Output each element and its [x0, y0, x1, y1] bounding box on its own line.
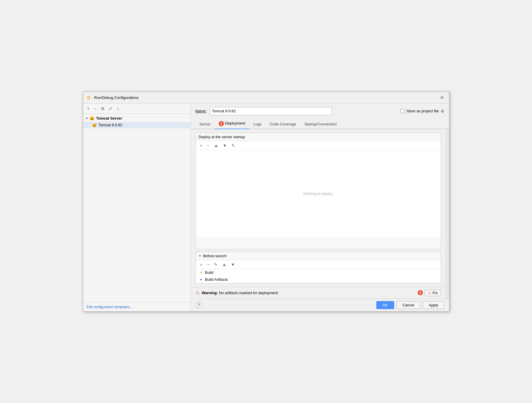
tab-code-coverage-label: Code Coverage [270, 122, 296, 126]
warning-bold: Warning: [202, 291, 218, 295]
warning-detail: No artifacts marked for deployment [219, 291, 278, 295]
store-as-project-label: Store as project file [406, 109, 439, 113]
sort-config-button[interactable]: ↕ [115, 105, 121, 112]
deploy-toolbar: + − ▲ ▼ ✎ [196, 141, 441, 150]
before-launch-header[interactable]: ▼ Before launch [196, 252, 441, 260]
before-launch-chevron-icon: ▼ [199, 254, 202, 258]
build-icon: ↗ [199, 270, 203, 275]
fix-badge-container: 2 ⚠ Fix [418, 290, 441, 296]
before-launch-toolbar: + − ✎ ▲ ▼ [196, 260, 441, 269]
tabs-bar: Server 1Deployment Logs Code Coverage St… [191, 119, 449, 129]
remove-config-button[interactable]: − [92, 105, 98, 112]
store-as-project-container: Store as project file ⚙ [401, 109, 444, 113]
deploy-edit-button[interactable]: ✎ [229, 142, 237, 149]
apply-button[interactable]: Apply [423, 301, 444, 309]
cancel-button[interactable]: Cancel [396, 301, 420, 309]
warning-bar: ⚠ Warning: No artifacts marked for deplo… [191, 287, 446, 299]
tab-code-coverage[interactable]: Code Coverage [266, 120, 300, 129]
fix-label: Fix [433, 291, 437, 295]
build-artifacts-item-label: Build Artifacts [205, 277, 228, 282]
tomcat-item-icon: 🐱 [92, 123, 97, 127]
tab-deployment[interactable]: 1Deployment [215, 119, 249, 129]
tree-group-header[interactable]: ▼ 🐱 Tomcat Server [83, 115, 191, 122]
title-bar-left: ⚙ Run/Debug Configurations [87, 95, 139, 100]
tree-group-tomcat: ▼ 🐱 Tomcat Server 🐱 Tomcat 9.0.62 [83, 115, 191, 128]
tab-startup-connection-label: Startup/Connection [304, 122, 337, 126]
tab-logs[interactable]: Logs [249, 120, 266, 129]
deploy-move-up-button[interactable]: ▲ [212, 142, 220, 149]
list-item[interactable]: ↗ Build [196, 269, 441, 276]
title-bar: ⚙ Run/Debug Configurations ✕ [83, 92, 449, 104]
before-launch-move-up-button[interactable]: ▲ [220, 261, 228, 268]
tree-item-tomcat[interactable]: 🐱 Tomcat 9.0.62 [83, 122, 191, 128]
left-footer: Edit configuration templates... [83, 302, 191, 311]
deploy-move-down-button[interactable]: ▼ [221, 142, 229, 149]
config-header: Name: Store as project file ⚙ [191, 104, 449, 119]
tab-logs-label: Logs [253, 122, 261, 126]
deploy-empty-message: Nothing to deploy [196, 150, 441, 237]
tab-deployment-label: Deployment [225, 121, 245, 125]
store-as-project-checkbox[interactable] [401, 109, 405, 113]
fix-badge-number: 2 [418, 290, 423, 295]
right-panel-inner: Deploy at the server startup + − ▲ ▼ ✎ N… [191, 129, 449, 299]
deployment-badge: 1 [219, 121, 224, 126]
left-toolbar: + − ⧉ ⤢ ↕ [83, 104, 191, 114]
before-launch-move-down-button[interactable]: ▼ [229, 261, 237, 268]
before-launch-add-button[interactable]: + [198, 261, 204, 268]
add-config-button[interactable]: + [86, 105, 91, 112]
main-content: + − ⧉ ⤢ ↕ ▼ 🐱 Tomcat Server 🐱 Tomcat 9.0… [83, 104, 449, 311]
ok-button[interactable]: OK [376, 301, 394, 309]
tree-item-label: Tomcat 9.0.62 [99, 123, 122, 127]
before-launch-label: Before launch [203, 254, 226, 258]
chevron-down-icon: ▼ [86, 117, 88, 120]
build-item-label: Build [205, 270, 213, 275]
deploy-remove-button[interactable]: − [205, 142, 211, 149]
scrollbar[interactable] [446, 129, 449, 299]
close-button[interactable]: ✕ [438, 94, 446, 101]
tomcat-server-icon: 🐱 [89, 116, 95, 121]
deploy-add-button[interactable]: + [198, 142, 204, 149]
copy-config-button[interactable]: ⧉ [99, 105, 106, 112]
run-debug-dialog: ⚙ Run/Debug Configurations ✕ + − ⧉ ⤢ ↕ ▼… [83, 92, 449, 312]
deployment-content: Deploy at the server startup + − ▲ ▼ ✎ N… [191, 129, 446, 287]
bottom-bar: ? OK Cancel Apply [191, 299, 449, 311]
help-button[interactable]: ? [195, 301, 202, 308]
tab-server-label: Server [200, 122, 211, 126]
tab-server[interactable]: Server [195, 120, 215, 129]
edit-templates-link[interactable]: Edit configuration templates... [87, 305, 133, 309]
name-input[interactable] [210, 107, 332, 115]
artifact-icon: ✦ [199, 277, 203, 282]
deploy-section-header: Deploy at the server startup [196, 133, 441, 141]
before-launch-items: ↗ Build ✦ Build Artifacts [196, 269, 441, 283]
left-panel: + − ⧉ ⤢ ↕ ▼ 🐱 Tomcat Server 🐱 Tomcat 9.0… [83, 104, 191, 311]
before-launch-section: ▼ Before launch + − ✎ ▲ ▼ [195, 252, 441, 283]
tree-group-label: Tomcat Server [96, 116, 122, 120]
warning-text: Warning: No artifacts marked for deploym… [202, 291, 278, 295]
name-label: Name: [195, 109, 207, 113]
deploy-section: Deploy at the server startup + − ▲ ▼ ✎ N… [195, 133, 441, 249]
dialog-title: Run/Debug Configurations [94, 95, 139, 100]
warning-icon: ⚠ [195, 290, 200, 296]
before-launch-edit-button[interactable]: ✎ [212, 261, 220, 268]
deploy-empty-text: Nothing to deploy [303, 191, 333, 196]
fix-warning-icon: ⚠ [428, 291, 431, 295]
config-tree: ▼ 🐱 Tomcat Server 🐱 Tomcat 9.0.62 [83, 114, 191, 302]
list-item[interactable]: ✦ Build Artifacts [196, 276, 441, 283]
move-config-button[interactable]: ⤢ [107, 105, 114, 112]
deploy-footer [196, 237, 441, 249]
fix-button[interactable]: ⚠ Fix [425, 290, 441, 296]
before-launch-remove-button[interactable]: − [205, 261, 211, 268]
gear-icon[interactable]: ⚙ [441, 109, 444, 113]
dialog-icon: ⚙ [87, 95, 92, 100]
tab-content: Deploy at the server startup + − ▲ ▼ ✎ N… [191, 129, 446, 299]
tab-startup-connection[interactable]: Startup/Connection [300, 120, 341, 129]
right-panel: Name: Store as project file ⚙ Server 1De… [191, 104, 449, 311]
